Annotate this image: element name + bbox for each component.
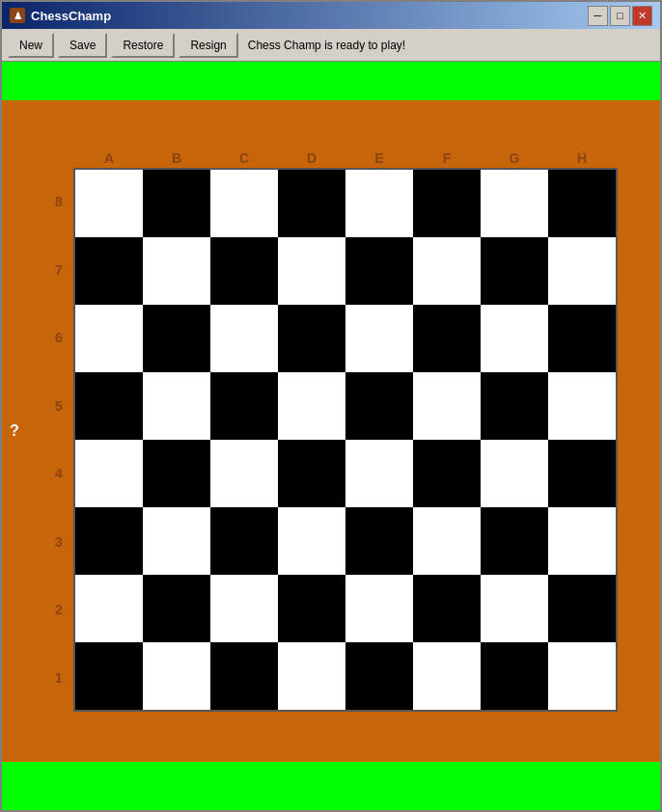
col-label-a: A <box>75 150 143 166</box>
row-label-8: 8 <box>55 168 63 235</box>
cell-r6-c3[interactable] <box>278 575 345 642</box>
cell-r7-c1[interactable] <box>143 642 210 710</box>
cell-r7-c0[interactable] <box>75 642 143 710</box>
row-label-4: 4 <box>55 440 63 507</box>
status-text: Chess Champ is ready to play! <box>248 39 405 52</box>
cell-r7-c7[interactable] <box>548 642 616 710</box>
green-bar-bottom <box>2 762 660 810</box>
cell-r5-c3[interactable] <box>278 507 345 575</box>
col-label-h: H <box>548 150 616 166</box>
maximize-button[interactable]: □ <box>610 6 630 26</box>
window: ♟ ChessChamp ─ □ ✕ New Save Restore Resi… <box>0 0 662 812</box>
board-area: ? A B C D E F G H 8 7 6 5 4 <box>2 100 660 762</box>
app-icon: ♟ <box>10 8 25 23</box>
row-label-7: 7 <box>55 236 63 304</box>
cell-r1-c0[interactable] <box>75 237 143 305</box>
col-label-b: B <box>143 150 210 166</box>
cell-r4-c2[interactable] <box>210 440 278 507</box>
cell-r5-c2[interactable] <box>210 507 278 575</box>
cell-r2-c3[interactable] <box>278 305 345 372</box>
toolbar: New Save Restore Resign Chess Champ is r… <box>2 29 660 62</box>
cell-r6-c5[interactable] <box>413 575 481 642</box>
cell-r3-c6[interactable] <box>481 372 548 440</box>
cell-r0-c6[interactable] <box>481 170 548 237</box>
row-label-3: 3 <box>55 508 63 576</box>
cell-r2-c7[interactable] <box>548 305 616 372</box>
chessboard[interactable] <box>73 168 618 712</box>
save-button[interactable]: Save <box>58 33 107 58</box>
cell-r0-c0[interactable] <box>75 170 143 237</box>
cell-r3-c2[interactable] <box>210 372 278 440</box>
cell-r6-c2[interactable] <box>210 575 278 642</box>
cell-r6-c0[interactable] <box>75 575 143 642</box>
cell-r7-c4[interactable] <box>345 642 413 710</box>
cell-r1-c1[interactable] <box>143 237 210 305</box>
cell-r1-c7[interactable] <box>548 237 616 305</box>
cell-r5-c7[interactable] <box>548 507 616 575</box>
cell-r1-c6[interactable] <box>481 237 548 305</box>
cell-r5-c1[interactable] <box>143 507 210 575</box>
title-bar: ♟ ChessChamp ─ □ ✕ <box>2 2 660 29</box>
row-label-2: 2 <box>55 576 63 643</box>
cell-r5-c5[interactable] <box>413 507 481 575</box>
cell-r2-c6[interactable] <box>481 305 548 372</box>
new-button[interactable]: New <box>8 33 54 58</box>
green-bar-top <box>2 62 660 100</box>
cell-r3-c1[interactable] <box>143 372 210 440</box>
cell-r2-c0[interactable] <box>75 305 143 372</box>
cell-r1-c4[interactable] <box>345 237 413 305</box>
cell-r1-c5[interactable] <box>413 237 481 305</box>
restore-button[interactable]: Restore <box>111 33 175 58</box>
resign-button[interactable]: Resign <box>179 33 237 58</box>
cell-r0-c7[interactable] <box>548 170 616 237</box>
col-label-e: E <box>345 150 413 166</box>
row-labels: 8 7 6 5 4 3 2 1 <box>44 168 73 712</box>
cell-r0-c1[interactable] <box>143 170 210 237</box>
cell-r3-c4[interactable] <box>345 372 413 440</box>
cell-r0-c5[interactable] <box>413 170 481 237</box>
cell-r0-c4[interactable] <box>345 170 413 237</box>
row-label-6: 6 <box>55 304 63 371</box>
cell-r2-c4[interactable] <box>345 305 413 372</box>
cell-r0-c2[interactable] <box>210 170 278 237</box>
cell-r2-c1[interactable] <box>143 305 210 372</box>
cell-r4-c1[interactable] <box>143 440 210 507</box>
title-bar-buttons: ─ □ ✕ <box>588 6 652 26</box>
cell-r5-c0[interactable] <box>75 507 143 575</box>
cell-r6-c7[interactable] <box>548 575 616 642</box>
cell-r1-c2[interactable] <box>210 237 278 305</box>
cell-r0-c3[interactable] <box>278 170 345 237</box>
cell-r3-c7[interactable] <box>548 372 616 440</box>
cell-r7-c6[interactable] <box>481 642 548 710</box>
cell-r2-c2[interactable] <box>210 305 278 372</box>
cell-r4-c3[interactable] <box>278 440 345 507</box>
window-title: ChessChamp <box>31 9 582 23</box>
board-with-rows: 8 7 6 5 4 3 2 1 <box>44 168 618 712</box>
row-label-5: 5 <box>55 372 63 440</box>
cell-r5-c6[interactable] <box>481 507 548 575</box>
cell-r1-c3[interactable] <box>278 237 345 305</box>
col-labels: A B C D E F G H <box>75 150 616 166</box>
close-button[interactable]: ✕ <box>632 6 652 26</box>
cell-r4-c7[interactable] <box>548 440 616 507</box>
cell-r3-c3[interactable] <box>278 372 345 440</box>
cell-r6-c1[interactable] <box>143 575 210 642</box>
cell-r7-c5[interactable] <box>413 642 481 710</box>
col-label-c: C <box>210 150 278 166</box>
col-label-d: D <box>278 150 345 166</box>
cell-r6-c4[interactable] <box>345 575 413 642</box>
cell-r3-c0[interactable] <box>75 372 143 440</box>
cell-r7-c3[interactable] <box>278 642 345 710</box>
cell-r4-c5[interactable] <box>413 440 481 507</box>
board-container: A B C D E F G H 8 7 6 5 4 3 2 1 <box>44 150 618 712</box>
cell-r2-c5[interactable] <box>413 305 481 372</box>
cell-r4-c6[interactable] <box>481 440 548 507</box>
cell-r7-c2[interactable] <box>210 642 278 710</box>
cell-r4-c4[interactable] <box>345 440 413 507</box>
minimize-button[interactable]: ─ <box>588 6 608 26</box>
cell-r4-c0[interactable] <box>75 440 143 507</box>
cell-r3-c5[interactable] <box>413 372 481 440</box>
cell-r6-c6[interactable] <box>481 575 548 642</box>
question-mark: ? <box>10 422 19 440</box>
cell-r5-c4[interactable] <box>345 507 413 575</box>
